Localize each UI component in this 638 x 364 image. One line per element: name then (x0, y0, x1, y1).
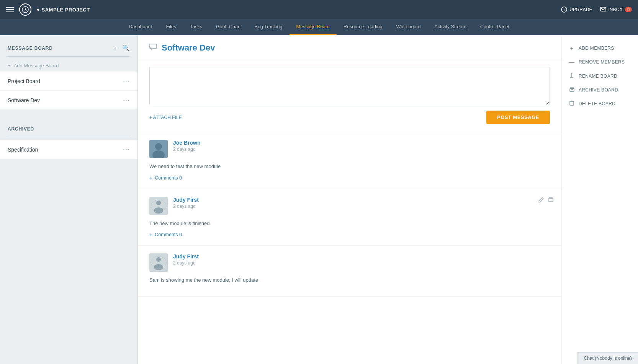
main-layout: MESSAGE BOARD + 🔍 + Add Message Board Pr… (0, 35, 638, 364)
post-message-button[interactable]: POST MESSAGE (486, 111, 550, 124)
message-time: 2 days ago (173, 260, 199, 266)
comments-plus-icon: + (149, 175, 152, 181)
nav-bug-tracking[interactable]: Bug Tracking (248, 19, 290, 35)
board-options-project[interactable]: ··· (123, 77, 130, 85)
svg-point-9 (155, 143, 162, 150)
chat-bar[interactable]: Chat (Nobody is online) (577, 352, 638, 364)
edit-icon[interactable] (538, 197, 544, 204)
remove-members-icon: — (569, 59, 575, 65)
add-board-label: Add Message Board (14, 63, 59, 69)
comments-plus-icon: + (149, 232, 152, 238)
archive-board-icon (569, 87, 575, 93)
add-members-button[interactable]: + ADD MEMBERS (562, 41, 638, 55)
board-message-icon (149, 44, 157, 52)
board-options-software-dev[interactable]: ··· (123, 96, 130, 104)
svg-point-13 (154, 207, 163, 214)
hamburger-menu[interactable] (6, 7, 14, 12)
right-panel: + ADD MEMBERS — REMOVE MEMBERS RENAME BO… (561, 35, 638, 364)
archived-title: ARCHIVED (8, 126, 34, 132)
svg-line-2 (25, 10, 27, 10)
inbox-button[interactable]: INBOX 0 (600, 7, 632, 12)
board-item-software-dev[interactable]: Software Dev ··· (0, 91, 137, 110)
add-members-icon: + (569, 45, 575, 51)
svg-point-12 (156, 201, 161, 205)
message-author: Judy First (173, 253, 199, 260)
nav-message-board[interactable]: Message Board (290, 19, 337, 35)
board-item-specification[interactable]: Specification ··· (0, 140, 137, 159)
svg-point-21 (154, 264, 163, 270)
sidebar-section-title: MESSAGE BOARD (8, 46, 53, 51)
chat-label: Chat (Nobody is online) (584, 356, 632, 361)
add-members-label: ADD MEMBERS (579, 46, 614, 51)
project-name[interactable]: ▾ SAMPLE PROJECT (37, 7, 90, 13)
delete-board-button[interactable]: DELETE BOARD (562, 97, 638, 111)
board-name-specification: Specification (8, 147, 38, 153)
compose-area: + ATTACH FILE POST MESSAGE (138, 59, 561, 132)
rename-board-button[interactable]: RENAME BOARD (562, 69, 638, 83)
svg-rect-26 (570, 88, 574, 91)
message-body: Sam is showing me the new module, I will… (149, 276, 550, 284)
board-header: Software Dev (138, 35, 561, 59)
add-board-link[interactable]: + Add Message Board (0, 60, 137, 72)
svg-rect-5 (600, 7, 606, 11)
archived-section: ARCHIVED Specification ··· (0, 116, 137, 159)
board-name-software-dev: Software Dev (8, 97, 40, 103)
remove-members-button[interactable]: — REMOVE MEMBERS (562, 55, 638, 69)
comments-label: Comments 0 (155, 175, 182, 181)
attach-file-link[interactable]: + ATTACH FILE (149, 115, 182, 120)
rename-board-label: RENAME BOARD (579, 73, 617, 79)
clock-icon (19, 3, 31, 16)
nav-dashboard[interactable]: Dashboard (122, 19, 159, 35)
board-name-project: Project Board (8, 78, 40, 84)
message-item: Judy First 2 days ago Sam is showing me … (138, 246, 561, 297)
remove-members-label: REMOVE MEMBERS (579, 59, 625, 65)
main-navigation: Dashboard Files Tasks Gantt Chart Bug Tr… (0, 19, 638, 35)
svg-rect-30 (570, 102, 574, 105)
add-icon: + (8, 63, 11, 69)
message-author: Joe Brown (173, 140, 201, 146)
add-board-icon[interactable]: + (114, 45, 118, 52)
project-arrow: ▾ (37, 7, 40, 13)
delete-icon[interactable] (548, 197, 554, 204)
nav-tasks[interactable]: Tasks (183, 19, 209, 35)
sidebar: MESSAGE BOARD + 🔍 + Add Message Board Pr… (0, 35, 138, 364)
message-item: Judy First 2 days ago The new module is … (138, 189, 561, 246)
nav-control-panel[interactable]: Control Panel (473, 19, 516, 35)
message-time: 2 days ago (173, 204, 199, 209)
message-input[interactable] (149, 67, 550, 105)
sidebar-header: MESSAGE BOARD + 🔍 (0, 41, 137, 56)
delete-board-icon (569, 101, 575, 107)
message-body: The new module is finished (149, 220, 550, 227)
svg-rect-15 (549, 198, 553, 202)
nav-files[interactable]: Files (159, 19, 183, 35)
board-title: Software Dev (162, 43, 215, 53)
svg-point-20 (156, 257, 161, 262)
upgrade-button[interactable]: i UPGRADE (561, 7, 592, 13)
nav-resource-loading[interactable]: Resource Loading (337, 19, 389, 35)
avatar-judy-first (149, 197, 168, 215)
comments-link[interactable]: + Comments 0 (149, 175, 550, 181)
search-icon[interactable]: 🔍 (122, 44, 130, 52)
content-area: Software Dev + ATTACH FILE POST MESSAGE (138, 35, 561, 364)
inbox-count: 0 (625, 7, 632, 12)
delete-board-label: DELETE BOARD (579, 101, 615, 106)
rename-board-icon (569, 73, 575, 79)
archive-board-button[interactable]: ARCHIVE BOARD (562, 83, 638, 97)
project-title: SAMPLE PROJECT (42, 7, 90, 13)
comments-link[interactable]: + Comments 0 (149, 232, 550, 238)
message-author: Judy First (173, 197, 199, 203)
nav-activity-stream[interactable]: Activity Stream (427, 19, 473, 35)
sidebar-divider (8, 56, 130, 57)
nav-whiteboard[interactable]: Whiteboard (389, 19, 428, 35)
message-body: We need to test the new module (149, 163, 550, 170)
board-options-specification[interactable]: ··· (123, 145, 130, 153)
board-item-project[interactable]: Project Board ··· (0, 72, 137, 91)
archive-board-label: ARCHIVE BOARD (579, 87, 618, 93)
message-time: 2 days ago (173, 147, 201, 152)
svg-text:i: i (564, 8, 564, 12)
avatar-joe-brown (149, 140, 168, 158)
message-item: Joe Brown 2 days ago We need to test the… (138, 132, 561, 189)
comments-label: Comments 0 (155, 232, 182, 237)
nav-gantt-chart[interactable]: Gantt Chart (209, 19, 248, 35)
top-bar: ▾ SAMPLE PROJECT i UPGRADE INBOX 0 (0, 0, 638, 19)
